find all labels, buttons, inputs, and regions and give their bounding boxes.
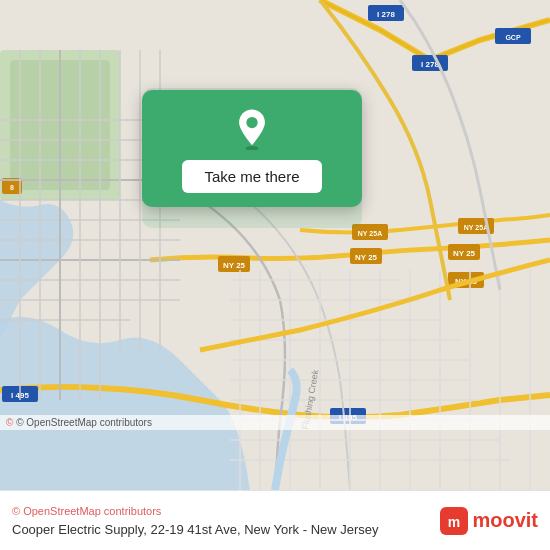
footer-address: © OpenStreetMap contributors Cooper Elec… [12,502,430,538]
map-container: I 495 GCP I 278 I 278 NY 25 NY 25 NY 25 … [0,0,550,490]
svg-text:NY 25: NY 25 [223,261,246,270]
moovit-logo-text: moovit [472,509,538,532]
overlay-card: Take me there [142,90,362,207]
osm-icon: © [6,417,13,428]
address-text: Cooper Electric Supply, 22-19 41st Ave, … [12,522,379,537]
svg-text:I 278: I 278 [377,10,395,19]
moovit-icon: m [440,507,468,535]
footer: © OpenStreetMap contributors Cooper Elec… [0,490,550,550]
copyright-text: © OpenStreetMap contributors [16,417,152,428]
svg-text:NY 25A: NY 25A [358,230,382,237]
copyright-bar: © © OpenStreetMap contributors [0,415,550,430]
moovit-logo: m moovit [440,507,538,535]
svg-point-69 [246,146,259,150]
svg-text:NY 25A: NY 25A [464,224,488,231]
svg-text:NY 25: NY 25 [355,253,378,262]
take-me-there-button[interactable]: Take me there [182,160,321,193]
map-pin-icon [231,108,273,150]
svg-text:8: 8 [10,184,14,191]
svg-point-70 [246,117,257,128]
svg-text:m: m [448,514,460,530]
svg-text:GCP: GCP [505,34,521,41]
svg-text:NY 25: NY 25 [453,249,476,258]
footer-osm-credit: © OpenStreetMap contributors [12,505,161,517]
